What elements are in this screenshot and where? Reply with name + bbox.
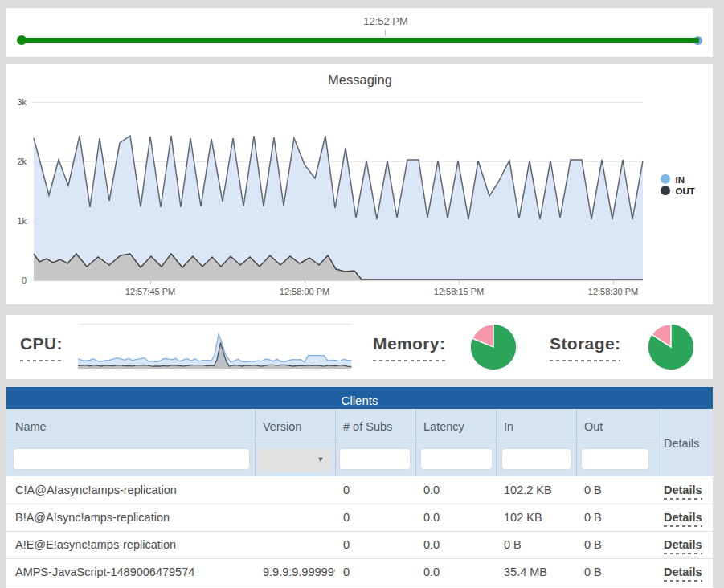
svg-text:Messaging: Messaging [328, 72, 392, 87]
svg-text:0: 0 [22, 276, 27, 285]
svg-text:12:58:30 PM: 12:58:30 PM [588, 287, 638, 296]
svg-text:2k: 2k [17, 157, 27, 166]
svg-text:3k: 3k [17, 97, 27, 107]
svg-text:OUT: OUT [676, 186, 695, 196]
svg-text:12:58:15 PM: 12:58:15 PM [434, 287, 484, 296]
svg-text:IN: IN [676, 175, 685, 185]
svg-text:12:58:00 PM: 12:58:00 PM [280, 287, 329, 296]
svg-text:1k: 1k [17, 216, 27, 226]
svg-text:12:57:45 PM: 12:57:45 PM [125, 287, 175, 296]
